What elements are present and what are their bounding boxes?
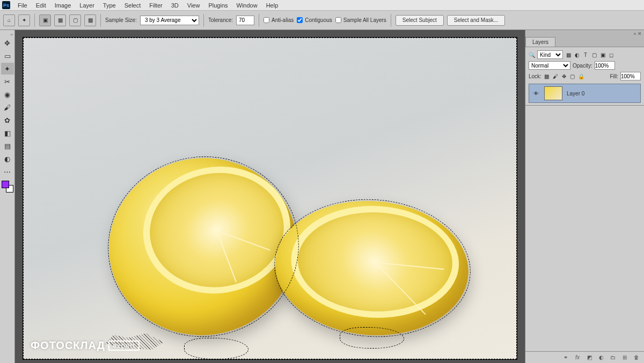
select-and-mask-button[interactable]: Select and Mask... [447,15,505,26]
layer-name[interactable]: Layer 0 [567,91,584,97]
tolerance-label: Tolerance: [208,17,233,23]
selection-new[interactable]: ▣ [39,14,51,26]
home-button[interactable]: ⌂ [3,14,15,26]
menu-layer[interactable]: Layer [75,2,99,9]
menu-filter[interactable]: Filter [145,2,166,9]
lock-position-icon[interactable]: ✥ [561,73,567,79]
lock-all-icon[interactable]: 🔒 [578,73,584,79]
menu-type[interactable]: Type [99,2,120,9]
color-swatch[interactable] [2,181,13,192]
selection-marquee [184,338,248,359]
select-subject-button[interactable]: Select Subject [396,15,444,26]
gradient-tool[interactable]: ▤ [1,140,14,152]
sample-size-select[interactable]: 3 by 3 Average [140,16,199,25]
menu-select[interactable]: Select [120,2,145,9]
crop-tool[interactable]: ✂ [1,76,14,87]
layer-filter-kind[interactable]: Kind [537,50,563,59]
magic-wand-icon: ✦ [21,17,27,24]
group-icon[interactable]: 🗀 [610,354,616,361]
layer-thumbnail[interactable] [544,86,562,100]
opacity-label: Opacity: [573,63,592,69]
contiguous-checkbox[interactable]: Contiguous [297,17,332,23]
trash-icon[interactable]: 🗑 [633,354,640,361]
sample-all-layers-checkbox[interactable]: Sample All Layers [335,17,386,23]
canvas-area[interactable]: ФОТОСКЛАД expert [15,30,525,363]
more-tools[interactable]: ⋯ [1,166,14,177]
separator [100,14,101,27]
layers-panel-body[interactable] [525,106,644,351]
new-layer-icon[interactable]: ⊞ [621,354,628,361]
move-tool[interactable]: ✥ [1,37,14,49]
selection-add[interactable]: ▦ [54,14,66,26]
layer-row[interactable]: 👁 Layer 0 [529,84,641,103]
panel-tabs: Layers [525,35,644,47]
menu-edit[interactable]: Edit [32,2,50,9]
selection-marquee [340,327,404,349]
menu-3d[interactable]: 3D [167,2,183,9]
fill-label: Fill: [610,73,618,79]
blend-mode-select[interactable]: Normal [529,61,570,70]
options-bar: ⌂ ✦ ▣ ▦ ▢ ▩ Sample Size: 3 by 3 Average … [0,11,644,30]
eyedropper-tool[interactable]: ◉ [1,88,14,100]
selection-subtract[interactable]: ▢ [69,14,81,26]
mask-icon[interactable]: ◩ [586,354,592,361]
contiguous-input[interactable] [297,17,303,23]
filter-smart-icon[interactable]: ▣ [599,51,606,58]
sample-all-input[interactable] [335,17,341,23]
layers-panel-header: 🔍 Kind ▦ ◐ T ▢ ▣ ◻ Normal Opacity: Lock:… [525,47,644,106]
magic-wand-tool[interactable]: ✦ [1,63,14,75]
marquee-tool[interactable]: ▭ [1,50,14,62]
link-icon[interactable]: ⚭ [562,354,569,361]
menu-image[interactable]: Image [50,2,76,9]
filter-shape-icon[interactable]: ▢ [591,51,597,58]
watermark-text: ФОТОСКЛАД [31,339,105,352]
menu-view[interactable]: View [183,2,204,9]
stamp-tool[interactable]: ✿ [1,114,14,126]
current-tool-indicator[interactable]: ✦ [18,14,30,26]
tools-panel: » ✥ ▭ ✦ ✂ ◉ 🖌 ✿ ◧ ▤ ◐ ⋯ [0,30,15,363]
right-panel-dock: « ✕ Layers 🔍 Kind ▦ ◐ T ▢ ▣ ◻ Normal Opa… [525,30,644,363]
watermark-badge: expert [108,340,140,351]
panel-collapse-icon[interactable]: « ✕ [633,31,642,36]
menu-help[interactable]: Help [262,2,283,9]
watermark: ФОТОСКЛАД expert [31,339,140,352]
layers-panel-footer: ⚭ fx ◩ ◐ 🗀 ⊞ 🗑 [525,351,644,363]
search-icon: 🔍 [529,52,535,58]
separator [203,14,204,27]
contiguous-label: Contiguous [305,17,332,23]
tab-layers[interactable]: Layers [525,37,555,47]
eraser-tool[interactable]: ◧ [1,127,14,139]
separator [391,14,391,27]
filter-type-icon[interactable]: T [582,51,589,58]
lock-label: Lock: [529,73,541,79]
fill-input[interactable] [620,72,641,80]
menu-file[interactable]: File [13,2,32,9]
toolbar-collapse-icon[interactable]: » [11,32,14,37]
brush-tool[interactable]: 🖌 [1,101,14,113]
filter-toggle-icon[interactable]: ◻ [608,51,614,58]
lock-artboard-icon[interactable]: ▢ [569,73,576,79]
antialias-input[interactable] [264,17,269,23]
selection-marquee [270,193,475,344]
opacity-input[interactable] [595,61,615,70]
menu-bar: Ps File Edit Image Layer Type Select Fil… [0,0,644,11]
filter-adjust-icon[interactable]: ◐ [574,51,580,58]
tolerance-input[interactable] [236,16,254,25]
separator [34,14,35,27]
app-logo: Ps [2,1,10,9]
antialias-checkbox[interactable]: Anti-alias [264,17,294,23]
lock-transparency-icon[interactable]: ▩ [544,73,550,79]
workspace: » ✥ ▭ ✦ ✂ ◉ 🖌 ✿ ◧ ▤ ◐ ⋯ [0,30,644,363]
dodge-tool[interactable]: ◐ [1,153,14,165]
fx-icon[interactable]: fx [574,354,581,361]
document-canvas[interactable]: ФОТОСКЛАД expert [23,38,517,359]
filter-image-icon[interactable]: ▦ [565,51,572,58]
selection-intersect[interactable]: ▩ [84,14,96,26]
lock-pixels-icon[interactable]: 🖌 [552,73,559,79]
menu-plugins[interactable]: Plugins [204,2,232,9]
foreground-color[interactable] [2,181,9,188]
visibility-toggle-icon[interactable]: 👁 [532,91,540,97]
menu-window[interactable]: Window [232,2,262,9]
home-icon: ⌂ [6,17,12,24]
adjustment-icon[interactable]: ◐ [598,354,604,361]
